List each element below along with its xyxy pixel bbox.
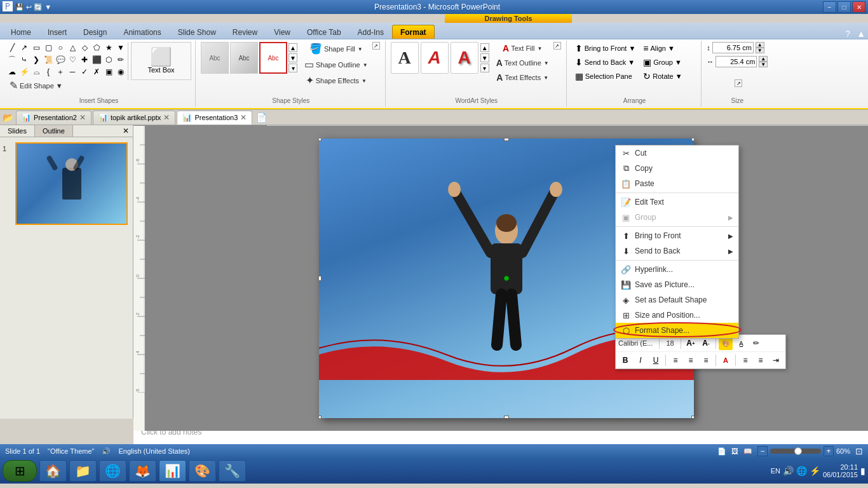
wordart-sample-1[interactable]: A: [391, 42, 419, 74]
sel-handle-tl[interactable]: [319, 139, 322, 141]
sel-handle-bc[interactable]: [504, 416, 509, 418]
wordart-more[interactable]: ▾: [480, 64, 489, 72]
doc-tab-close-3[interactable]: ✕: [240, 113, 247, 122]
shape-effects-button[interactable]: ✦ Shape Effects ▼: [301, 74, 371, 88]
wordart-down[interactable]: ▼: [480, 53, 489, 62]
zoom-slider[interactable]: [770, 449, 821, 454]
shape-rounded[interactable]: ▢: [43, 42, 54, 53]
slide-canvas[interactable]: ✂ Cut ⧉ Copy 📋 Paste 📝 Edit Text: [145, 126, 868, 431]
edit-shape-button[interactable]: ✎ Edit Shape ▼: [6, 79, 66, 93]
fit-slide-btn[interactable]: ⊡: [855, 446, 863, 456]
height-down[interactable]: ▼: [756, 48, 764, 53]
send-to-back-button[interactable]: ⬇ Send to Back ▼: [572, 56, 639, 69]
shape-star[interactable]: ★: [103, 42, 114, 53]
tab-format[interactable]: Format: [392, 25, 435, 39]
view-reading-icon[interactable]: 📖: [743, 447, 752, 456]
mini-align-right-btn[interactable]: ≡: [699, 353, 713, 367]
ctx-bring-front[interactable]: ⬆ Bring to Front ▶: [616, 228, 738, 243]
taskbar-app-2[interactable]: 📁: [69, 460, 97, 482]
close-button[interactable]: ✕: [852, 1, 865, 13]
tab-view[interactable]: View: [266, 25, 299, 39]
text-fill-button[interactable]: A Text Fill ▼: [493, 42, 552, 55]
shape-frame[interactable]: ▣: [103, 66, 114, 78]
width-up[interactable]: ▲: [759, 56, 768, 62]
sel-handle-tr[interactable]: [691, 139, 694, 141]
mini-align-left-btn[interactable]: ≡: [684, 353, 698, 367]
doc-tab-close-2[interactable]: ✕: [163, 113, 170, 122]
mini-bullet-btn[interactable]: ≡: [738, 353, 752, 367]
taskbar-app-1[interactable]: 🏠: [39, 460, 67, 482]
shape-chevron[interactable]: ❯: [31, 54, 42, 65]
slides-tab-outline[interactable]: Outline: [35, 125, 73, 137]
taskbar-app-5[interactable]: 📊: [159, 460, 186, 482]
mini-bold-btn[interactable]: B: [618, 353, 632, 367]
taskbar-app-4[interactable]: 🦊: [129, 460, 156, 482]
tab-animations[interactable]: Animations: [115, 25, 169, 39]
zoom-in-btn[interactable]: +: [824, 446, 834, 456]
selection-pane-button[interactable]: ▦ Selection Pane: [572, 70, 639, 83]
doc-tab-close-1[interactable]: ✕: [79, 113, 86, 122]
show-desktop-btn[interactable]: ▮: [860, 466, 865, 476]
shape-arc[interactable]: ⌓: [31, 66, 42, 78]
minimize-button[interactable]: −: [823, 1, 836, 13]
taskbar-app-6[interactable]: 🎨: [189, 460, 216, 482]
slides-panel-close[interactable]: ✕: [119, 125, 133, 137]
style-up-arrow[interactable]: ▲: [288, 43, 297, 52]
sel-handle-br[interactable]: [691, 416, 694, 418]
help-icon[interactable]: ?: [841, 29, 854, 39]
tab-insert[interactable]: Insert: [39, 25, 75, 39]
ribbon-collapse-icon[interactable]: ▲: [854, 29, 868, 39]
size-expand-btn[interactable]: ↗: [735, 79, 742, 87]
view-slide-icon[interactable]: 🖼: [731, 447, 738, 455]
wordart-sample-2[interactable]: A: [421, 42, 449, 74]
restore-button[interactable]: □: [837, 1, 851, 13]
shape-diamond[interactable]: ◇: [79, 42, 90, 53]
wordart-up[interactable]: ▲: [480, 43, 489, 52]
shape-line[interactable]: ╱: [6, 42, 18, 53]
zoom-out-btn[interactable]: −: [757, 446, 768, 456]
sel-handle-tc[interactable]: [504, 139, 509, 141]
ctx-default-shape[interactable]: ◈ Set as Default Shape: [616, 292, 738, 308]
shape-tri[interactable]: △: [67, 42, 78, 53]
height-input[interactable]: [712, 42, 754, 53]
style-more-arrow[interactable]: ▾: [288, 64, 297, 72]
doc-tab-topik[interactable]: 📊 topik artikel.pptx ✕: [93, 111, 175, 125]
wordart-expand-btn[interactable]: ↗: [553, 42, 561, 50]
shape-curve[interactable]: ⌒: [6, 54, 18, 65]
rotate-button[interactable]: ↻ Rotate ▼: [640, 70, 697, 83]
shape-cloud[interactable]: ☁: [6, 66, 18, 78]
align-button[interactable]: ≡ Align ▼: [640, 42, 697, 55]
ctx-hyperlink[interactable]: 🔗 Hyperlink...: [616, 262, 738, 277]
start-button[interactable]: ⊞: [3, 460, 37, 482]
ctx-cut[interactable]: ✂ Cut: [616, 146, 738, 161]
shape-check[interactable]: ✓: [79, 66, 90, 78]
slides-tab-slides[interactable]: Slides: [0, 125, 35, 137]
shape-penta[interactable]: ⬠: [91, 42, 102, 53]
rotation-handle[interactable]: [504, 276, 509, 281]
zoom-thumb[interactable]: [794, 447, 802, 455]
tab-officetab[interactable]: Office Tab: [299, 25, 349, 39]
ctx-save-picture[interactable]: 💾 Save as Picture...: [616, 277, 738, 292]
view-normal-icon[interactable]: 📄: [717, 447, 726, 456]
tray-icon-3[interactable]: ⚡: [810, 466, 820, 476]
mini-align-center-btn[interactable]: ≡: [668, 353, 682, 367]
sel-handle-ml[interactable]: [319, 276, 322, 281]
sel-handle-bl[interactable]: [319, 416, 322, 418]
doc-tab-presentation2[interactable]: 📊 Presentation2 ✕: [16, 111, 92, 125]
tab-review[interactable]: Review: [224, 25, 266, 39]
shape-plus[interactable]: ＋: [55, 66, 66, 78]
shape-styles-expand-btn[interactable]: ↗: [372, 42, 380, 50]
shape-block[interactable]: ⬛: [91, 54, 102, 65]
text-effects-button[interactable]: A Text Effects ▼: [493, 71, 552, 84]
shape-more[interactable]: ▼: [115, 42, 126, 53]
width-input[interactable]: [715, 56, 757, 67]
tab-design[interactable]: Design: [75, 25, 115, 39]
taskbar-app-3[interactable]: 🌐: [99, 460, 126, 482]
shape-callout[interactable]: 💬: [55, 54, 66, 65]
shape-heart[interactable]: ♡: [67, 54, 78, 65]
ctx-edit-text[interactable]: 📝 Edit Text: [616, 194, 738, 210]
shape-brace[interactable]: {: [43, 66, 54, 78]
ctx-paste[interactable]: 📋 Paste: [616, 176, 738, 191]
shape-fill-button[interactable]: 🪣 Shape Fill ▼: [301, 42, 371, 56]
mini-pen-btn[interactable]: ✏: [749, 336, 763, 350]
